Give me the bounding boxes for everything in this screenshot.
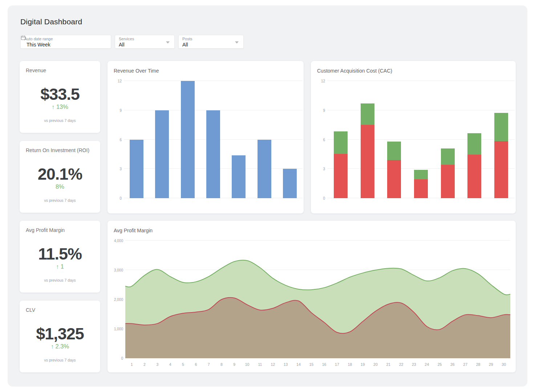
bar [441,81,455,198]
avg-profit-margin-chart-card: Avg Profit Margin 01,0002,0003,0004,0001… [108,221,516,372]
bar-slot [277,81,303,198]
x-tick-label: 19 [356,362,369,367]
y-tick-label: 3 [313,167,325,171]
kpi-value: 20.1% [20,165,100,184]
bar-slot [461,81,488,198]
bar-slot [434,81,461,198]
y-tick-label: 3,000 [112,268,123,272]
bar-segment [467,155,481,198]
date-range-filter[interactable]: Auto date range This Week [20,35,111,49]
x-tick-label: 28 [472,362,485,367]
area-chart-canvas [125,241,510,358]
kpi-label: Avg Profit Margin [26,227,65,233]
y-tick-label: 6 [313,138,325,142]
date-range-value: This Week [27,41,50,48]
cac-chart-card: Customer Acquisition Cost (CAC) 036912 [311,61,516,213]
bar-row [124,81,303,198]
kpi-label: Return On Investment (ROI) [26,147,89,153]
kpi-note: vs previous 7 days [20,278,100,282]
revenue-over-time-plot: 036912 [124,81,303,198]
x-tick-label: 13 [279,362,292,367]
kpi-value: $33.5 [20,85,100,104]
x-tick-label: 8 [215,362,228,367]
kpi-delta: 8% [20,183,100,190]
posts-value: All [182,41,188,48]
y-tick-label: 6 [110,138,122,142]
x-tick-label: 14 [292,362,305,367]
y-tick-label: 9 [110,109,122,113]
kpi-label: CLV [26,307,35,313]
bar-slot [408,81,434,198]
x-tick-label: 23 [408,362,420,367]
x-tick-label: 29 [485,362,497,367]
bar-slot [149,81,175,198]
bar [206,81,220,198]
bar-slot [124,81,149,198]
y-tick-label: 3 [110,167,122,171]
kpi-label: Revenue [26,68,46,73]
bar [361,81,374,198]
x-axis-labels: 1234567891011121314151617181920212223242… [125,362,510,367]
bar [494,81,508,198]
bar-segment [467,133,481,155]
x-tick-label: 30 [498,362,510,367]
bar-segment [387,142,401,160]
screen: Digital Dashboard Auto date range This W… [0,0,535,392]
x-tick-label: 26 [446,362,459,367]
y-tick-label: 0 [110,196,122,200]
y-tick-label: 12 [110,79,122,83]
services-value: All [119,41,125,48]
x-tick-label: 16 [318,362,331,367]
chevron-down-icon [235,41,239,44]
bar [232,81,246,198]
x-tick-label: 2 [138,362,151,367]
bar-segment [232,155,246,198]
bar-slot [175,81,200,198]
bar [130,81,143,198]
bar-segment [494,113,508,141]
kpi-card-avg-profit-margin: Avg Profit Margin 11.5% ↑ 1 vs previous … [20,221,100,293]
bar [181,81,195,198]
y-tick-label: 0 [313,196,325,200]
bar-segment [206,110,220,198]
page-title: Digital Dashboard [20,17,82,26]
kpi-card-roi: Return On Investment (ROI) 20.1% 8% vs p… [20,141,100,213]
bar-slot [200,81,226,198]
posts-filter[interactable]: Posts All [178,35,244,49]
x-tick-label: 1 [125,362,138,367]
bar [467,81,481,198]
posts-label: Posts [182,37,240,41]
bar-row [327,81,515,198]
services-filter[interactable]: Services All [115,35,175,49]
x-tick-label: 10 [241,362,254,367]
y-tick-label: 12 [313,79,325,83]
x-tick-label: 11 [254,362,266,367]
bar-slot [354,81,381,198]
x-tick-label: 22 [395,362,408,367]
bar-segment [155,110,169,198]
kpi-note: vs previous 7 days [20,198,100,203]
bar-segment [414,170,428,179]
bar-segment [334,131,348,154]
y-tick-label: 9 [313,109,325,113]
x-tick-label: 4 [164,362,177,367]
bar [283,81,297,198]
x-tick-label: 15 [305,362,318,367]
bar-segment [283,169,297,198]
cac-plot: 036912 [327,81,515,198]
services-label: Services [119,37,171,41]
date-range-label: Auto date range [24,37,107,41]
x-tick-label: 12 [267,362,279,367]
x-tick-label: 17 [331,362,343,367]
kpi-card-clv: CLV $1,325 ↑ 2.3% vs previous 7 days [20,301,100,372]
y-tick-label: 0 [112,356,123,360]
x-tick-label: 27 [459,362,472,367]
bar-segment [181,81,195,198]
y-tick-label: 4,000 [112,239,123,243]
chart-title: Revenue Over Time [114,68,159,74]
chevron-down-icon [166,41,170,44]
bar-slot [381,81,408,198]
bar-segment [441,148,455,165]
bar [334,81,348,198]
x-tick-label: 24 [421,362,433,367]
